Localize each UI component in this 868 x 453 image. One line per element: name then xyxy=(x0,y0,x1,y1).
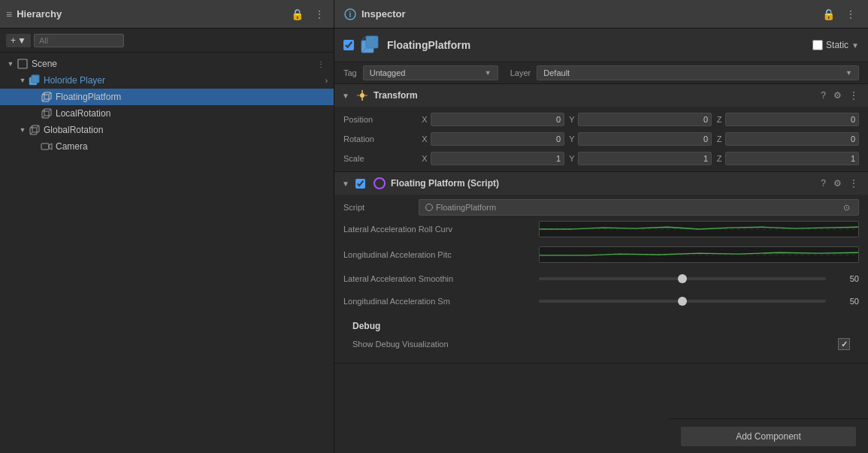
position-y-input[interactable] xyxy=(578,113,712,126)
svg-rect-2 xyxy=(32,75,39,83)
expand-arrow-global[interactable]: ▼ xyxy=(18,125,27,134)
lat-accel-smooth-track[interactable] xyxy=(539,277,826,280)
transform-btns: ? ⚙ ⋮ xyxy=(818,89,860,101)
tree-item-scene[interactable]: ▼ Scene ⋮ xyxy=(0,56,334,72)
script-more-icon[interactable]: ⋮ xyxy=(847,177,860,189)
long-accel-pitch-curve[interactable] xyxy=(539,246,859,263)
hierarchy-header: ≡ Hierarchy 🔒 ⋮ xyxy=(0,0,334,29)
inspector-lock-icon[interactable]: 🔒 xyxy=(819,7,838,22)
add-component-button[interactable]: Add Component xyxy=(681,427,856,446)
hierarchy-search-input[interactable] xyxy=(34,34,124,47)
add-component-bar: Add Component xyxy=(669,418,868,453)
layer-dropdown[interactable]: Default ▼ xyxy=(537,65,859,80)
tree-item-holoride[interactable]: ▼ Holoride Player › xyxy=(0,72,334,89)
lat-accel-smooth-control: 50 xyxy=(539,274,859,283)
rotation-y-input[interactable] xyxy=(578,132,712,146)
rotation-x-field: X xyxy=(419,132,564,146)
tree-item-floatingplatform[interactable]: ▶ FloatingPlatform xyxy=(0,89,334,105)
lat-accel-smooth-thumb[interactable] xyxy=(678,274,687,283)
position-xyz: X Y Z xyxy=(419,113,859,126)
position-x-label: X xyxy=(419,115,431,124)
svg-marker-20 xyxy=(49,143,52,149)
lat-accel-roll-row: Lateral Acceleration Roll Curv xyxy=(343,219,859,240)
svg-line-25 xyxy=(361,36,366,41)
scale-y-input[interactable] xyxy=(578,152,712,165)
hierarchy-tree: ▼ Scene ⋮ ▼ Holoride Player › xyxy=(0,53,334,453)
tag-dropdown[interactable]: Untagged ▼ xyxy=(363,65,498,80)
script-name-field[interactable]: FloatingPlatform ⊙ xyxy=(419,199,859,216)
lat-accel-smooth-value: 50 xyxy=(832,274,859,283)
hierarchy-lock-icon[interactable]: 🔒 xyxy=(288,7,307,22)
inspector-content: FloatingPlatform Static ▼ Tag Untagged ▼… xyxy=(334,29,868,453)
script-expand-icon: ▼ xyxy=(342,180,351,188)
hierarchy-menu-icon[interactable]: ≡ xyxy=(6,8,12,20)
show-debug-label: Show Debug Visualization xyxy=(352,340,838,349)
position-x-input[interactable] xyxy=(431,113,564,126)
script-enable-checkbox[interactable] xyxy=(355,179,365,189)
script-component-title: Floating Platform (Script) xyxy=(391,178,814,189)
scale-y-field: Y xyxy=(566,152,712,165)
transform-help-icon[interactable]: ? xyxy=(818,89,828,101)
transform-settings-icon[interactable]: ⚙ xyxy=(831,89,844,101)
layer-arrow-icon: ▼ xyxy=(845,69,852,77)
rotation-z-input[interactable] xyxy=(725,132,859,146)
tree-item-globalrotation[interactable]: ▼ GlobalRotation xyxy=(0,122,334,138)
expand-arrow-holoride[interactable]: ▼ xyxy=(18,76,27,85)
inspector-more-icon[interactable]: ⋮ xyxy=(842,7,859,22)
long-accel-smooth-row: Longitudinal Acceleration Sm 50 xyxy=(343,292,859,310)
local-cube-icon xyxy=(41,107,53,119)
long-accel-pitch-row: Longitudinal Acceleration Pitc xyxy=(343,244,859,265)
static-dropdown-icon[interactable]: ▼ xyxy=(851,41,859,50)
debug-section: Debug Show Debug Visualization ✓ xyxy=(343,315,859,358)
svg-point-28 xyxy=(360,93,364,98)
long-accel-smooth-track[interactable] xyxy=(539,300,826,303)
rotation-x-input[interactable] xyxy=(431,132,564,146)
tree-item-localrotation[interactable]: ▶ LocalRotation xyxy=(0,105,334,122)
position-z-field: Z xyxy=(713,113,859,126)
static-area: Static ▼ xyxy=(812,40,859,50)
scale-y-label: Y xyxy=(566,154,578,163)
scale-x-field: X xyxy=(419,152,564,165)
tag-layer-row: Tag Untagged ▼ Layer Default ▼ xyxy=(334,62,868,84)
lat-accel-roll-curve[interactable] xyxy=(539,221,859,237)
rotation-x-label: X xyxy=(419,134,431,143)
script-target-icon[interactable]: ⊙ xyxy=(840,201,852,213)
static-checkbox[interactable] xyxy=(812,40,823,50)
holoride-arrow-icon: › xyxy=(325,77,328,85)
script-fields: Script FloatingPlatform ⊙ Lateral Accele… xyxy=(334,195,868,363)
long-accel-pitch-label: Longitudinal Acceleration Pitc xyxy=(343,250,539,259)
tree-item-camera[interactable]: ▶ Camera xyxy=(0,138,334,155)
scene-more-icon[interactable]: ⋮ xyxy=(314,59,328,70)
script-settings-icon[interactable]: ⚙ xyxy=(831,177,844,189)
scale-z-input[interactable] xyxy=(725,152,859,165)
hierarchy-more-icon[interactable]: ⋮ xyxy=(311,7,328,22)
script-component-header[interactable]: ▼ Floating Platform (Script) ? ⚙ ⋮ xyxy=(334,172,868,195)
transform-more-icon[interactable]: ⋮ xyxy=(847,89,860,101)
lat-accel-smooth-row: Lateral Acceleration Smoothin 50 xyxy=(343,270,859,288)
show-debug-row: Show Debug Visualization ✓ xyxy=(352,336,850,352)
add-hierarchy-button[interactable]: + ▼ xyxy=(6,34,31,47)
scale-x-input[interactable] xyxy=(431,152,564,165)
lat-accel-roll-label: Lateral Acceleration Roll Curv xyxy=(343,225,539,234)
globalrotation-label: GlobalRotation xyxy=(44,125,103,135)
object-enable-checkbox[interactable] xyxy=(343,40,354,50)
script-help-icon[interactable]: ? xyxy=(818,177,828,189)
transform-section: ▼ Transform ? ⚙ ⋮ xyxy=(334,84,868,172)
floatingplatform-label: FloatingPlatform xyxy=(56,92,121,102)
svg-rect-19 xyxy=(41,143,49,149)
expand-arrow-scene[interactable]: ▼ xyxy=(6,59,15,68)
transform-header[interactable]: ▼ Transform ? ⚙ ⋮ xyxy=(334,84,868,107)
camera-label: Camera xyxy=(56,141,88,152)
dropdown-arrow-icon: ▼ xyxy=(17,35,26,46)
show-debug-checkbox[interactable]: ✓ xyxy=(838,338,850,350)
script-component-btns: ? ⚙ ⋮ xyxy=(818,177,860,189)
svg-rect-0 xyxy=(18,59,27,68)
script-name-label: Script xyxy=(343,203,419,212)
transform-expand-icon: ▼ xyxy=(342,92,351,100)
rotation-y-field: Y xyxy=(566,132,712,146)
long-accel-smooth-thumb[interactable] xyxy=(678,297,687,306)
object-name: FloatingPlatform xyxy=(387,39,806,51)
position-z-input[interactable] xyxy=(725,113,859,126)
rotation-z-field: Z xyxy=(713,132,859,146)
layer-value: Default xyxy=(543,68,570,77)
